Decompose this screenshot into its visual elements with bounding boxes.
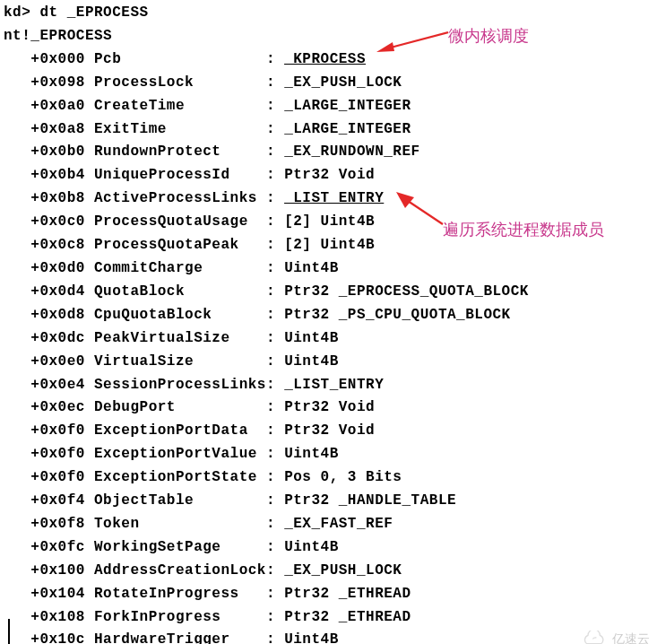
field-row: +0x0e0 VirtualSize : Uint4B — [4, 351, 653, 374]
arrow-icon — [394, 190, 446, 228]
field-row: +0x0f8 Token : _EX_FAST_REF — [4, 513, 653, 536]
svg-line-2 — [405, 199, 443, 224]
field-row: +0x0d8 CpuQuotaBlock : Ptr32 _PS_CPU_QUO… — [4, 304, 653, 327]
field-row: +0x0d4 QuotaBlock : Ptr32 _EPROCESS_QUOT… — [4, 281, 653, 304]
field-row: +0x0dc PeakVirtualSize : Uint4B — [4, 327, 653, 351]
field-row: +0x0f4 ObjectTable : Ptr32 _HANDLE_TABLE — [4, 490, 653, 513]
field-row: +0x0a0 CreateTime : _LARGE_INTEGER — [4, 95, 653, 118]
svg-marker-1 — [376, 42, 394, 52]
svg-marker-3 — [396, 192, 414, 208]
prompt-line: kd> dt _EPROCESS — [4, 2, 653, 25]
field-row: +0x100 AddressCreationLock: _EX_PUSH_LOC… — [4, 560, 653, 583]
field-row: +0x0b4 UniqueProcessId : Ptr32 Void — [4, 164, 653, 187]
svg-line-0 — [387, 32, 448, 48]
field-row: +0x0ec DebugPort : Ptr32 Void — [4, 396, 653, 420]
watermark: 亿速云 — [578, 631, 650, 644]
field-row: +0x0f0 ExceptionPortValue : Uint4B — [4, 443, 653, 466]
field-list: +0x000 Pcb : _KPROCESS +0x098 ProcessLoc… — [4, 48, 653, 644]
field-row: +0x000 Pcb : _KPROCESS — [4, 48, 653, 72]
caret-bar — [8, 619, 10, 644]
field-row: +0x104 RotateInProgress : Ptr32 _ETHREAD — [4, 583, 653, 606]
field-row: +0x0f0 ExceptionPortState : Pos 0, 3 Bit… — [4, 466, 653, 490]
struct-header: nt!_EPROCESS — [4, 25, 653, 48]
field-row: +0x098 ProcessLock : _EX_PUSH_LOCK — [4, 72, 653, 95]
arrow-icon — [375, 29, 448, 56]
field-row: +0x10c HardwareTrigger : Uint4B — [4, 629, 653, 644]
field-row: +0x0b0 RundownProtect : _EX_RUNDOWN_REF — [4, 141, 653, 164]
field-row: +0x0b8 ActiveProcessLinks : _LIST_ENTRY — [4, 187, 653, 211]
field-row: +0x0fc WorkingSetPage : Uint4B — [4, 536, 653, 560]
field-row: +0x0f0 ExceptionPortData : Ptr32 Void — [4, 420, 653, 443]
field-row: +0x0e4 SessionProcessLinks: _LIST_ENTRY — [4, 374, 653, 397]
annotation-listentry: 遍历系统进程数据成员 — [443, 219, 604, 240]
annotation-kprocess: 微内核调度 — [448, 25, 529, 47]
field-row: +0x0a8 ExitTime : _LARGE_INTEGER — [4, 118, 653, 142]
cloud-icon — [578, 631, 609, 644]
field-row: +0x0d0 CommitCharge : Uint4B — [4, 257, 653, 281]
field-row: +0x108 ForkInProgress : Ptr32 _ETHREAD — [4, 606, 653, 630]
